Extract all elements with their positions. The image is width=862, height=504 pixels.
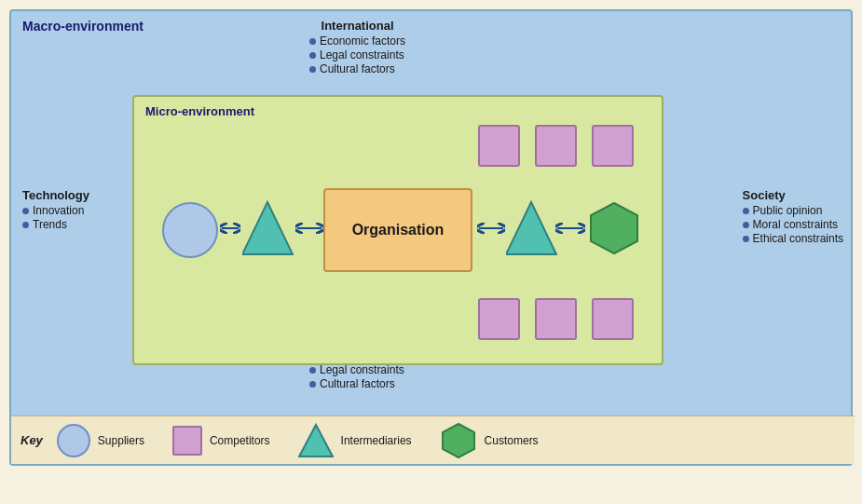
competitor-square-5 xyxy=(535,298,577,340)
key-item-intermediaries: Intermediaries xyxy=(298,423,412,458)
key-supplier-label: Suppliers xyxy=(98,434,144,447)
international-item-3: Cultural factors xyxy=(309,62,405,75)
international-item-2: Legal constraints xyxy=(309,48,405,61)
double-arrow-svg-3 xyxy=(477,221,505,236)
bullet-dot xyxy=(309,367,316,374)
key-customer-hexagon xyxy=(440,422,477,459)
intermediary-right xyxy=(506,200,557,260)
society-item-3: Ethical constraints xyxy=(743,232,843,245)
bullet-dot xyxy=(743,236,749,242)
double-arrow-svg xyxy=(220,221,240,236)
triangle-left-svg xyxy=(242,200,294,256)
key-intermediary-triangle xyxy=(298,423,334,458)
customer-shape xyxy=(587,201,641,259)
macro-label: Macro-environment xyxy=(22,19,144,34)
key-competitor-label: Competitors xyxy=(210,434,270,447)
society-item-2: Moral constraints xyxy=(743,218,843,231)
micro-label: Micro-environment xyxy=(145,104,254,118)
technology-item-2: Trends xyxy=(22,218,89,231)
country-item-2: Legal constraints xyxy=(309,363,405,376)
svg-marker-4 xyxy=(506,202,556,254)
international-section: International Economic factors Legal con… xyxy=(309,19,405,76)
svg-marker-7 xyxy=(299,425,333,456)
bullet-dot xyxy=(309,52,316,59)
svg-marker-6 xyxy=(591,203,637,253)
arrow-supplier-intermediary xyxy=(220,221,240,239)
key-item-competitors: Competitors xyxy=(172,426,270,456)
svg-marker-8 xyxy=(443,424,474,457)
international-item-1: Economic factors xyxy=(309,34,405,48)
bullet-dot xyxy=(743,222,749,228)
bullet-dot xyxy=(743,208,749,214)
key-supplier-circle xyxy=(57,424,90,457)
organisation-box: Organisation xyxy=(323,188,472,272)
double-arrow-svg-4 xyxy=(555,221,585,236)
technology-item-1: Innovation xyxy=(22,204,89,217)
hexagon-svg xyxy=(587,201,641,255)
arrow-intermediary-customer xyxy=(555,221,585,239)
society-section: Society Public opinion Moral constraints… xyxy=(743,188,843,246)
competitor-square-4 xyxy=(478,298,520,340)
key-item-customers: Customers xyxy=(440,422,539,459)
competitor-square-6 xyxy=(592,298,634,340)
main-diagram: Macro-environment International Economic… xyxy=(11,11,855,419)
key-section: Key Suppliers Competitors Intermediaries… xyxy=(11,415,855,464)
micro-environment-box: Micro-environment xyxy=(132,95,664,365)
key-item-suppliers: Suppliers xyxy=(57,424,144,457)
svg-marker-1 xyxy=(242,202,293,254)
arrow-org-intermediary-right xyxy=(477,221,505,239)
bullet-dot xyxy=(22,208,29,214)
country-item-3: Cultural factors xyxy=(309,377,405,390)
top-competitors xyxy=(478,125,634,167)
competitor-square-3 xyxy=(592,125,634,167)
bottom-competitors xyxy=(478,298,634,340)
key-customer-label: Customers xyxy=(485,434,539,447)
technology-title: Technology xyxy=(22,188,89,202)
triangle-right-svg xyxy=(506,200,557,256)
key-competitor-square xyxy=(172,426,202,456)
competitor-square-2 xyxy=(535,125,577,167)
double-arrow-svg-2 xyxy=(295,221,323,236)
outer-container: Macro-environment International Economic… xyxy=(9,9,853,466)
competitor-square-1 xyxy=(478,125,520,167)
technology-section: Technology Innovation Trends xyxy=(22,188,89,232)
bullet-dot xyxy=(309,38,316,45)
key-intermediary-label: Intermediaries xyxy=(341,434,412,447)
society-title: Society xyxy=(743,188,843,202)
international-title: International xyxy=(309,19,405,33)
bullet-dot xyxy=(309,381,316,388)
bullet-dot xyxy=(309,66,316,73)
society-item-1: Public opinion xyxy=(743,204,843,217)
key-label: Key xyxy=(21,433,43,447)
intermediary-left xyxy=(242,200,294,260)
bullet-dot xyxy=(22,222,29,228)
supplier-shape xyxy=(162,202,218,258)
arrow-intermediary-org xyxy=(295,221,323,239)
